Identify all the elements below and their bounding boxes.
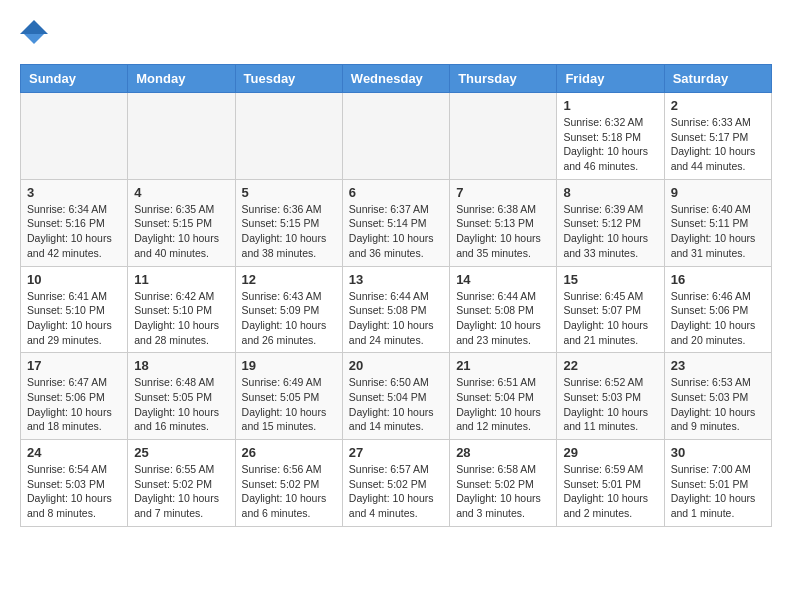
svg-marker-1 bbox=[20, 20, 48, 34]
day-number: 2 bbox=[671, 98, 765, 113]
day-info: Sunrise: 6:48 AM Sunset: 5:05 PM Dayligh… bbox=[134, 375, 228, 434]
calendar-header-row: SundayMondayTuesdayWednesdayThursdayFrid… bbox=[21, 65, 772, 93]
day-info: Sunrise: 6:33 AM Sunset: 5:17 PM Dayligh… bbox=[671, 115, 765, 174]
calendar-cell: 28Sunrise: 6:58 AM Sunset: 5:02 PM Dayli… bbox=[450, 440, 557, 527]
calendar-cell: 11Sunrise: 6:42 AM Sunset: 5:10 PM Dayli… bbox=[128, 266, 235, 353]
calendar-cell: 6Sunrise: 6:37 AM Sunset: 5:14 PM Daylig… bbox=[342, 179, 449, 266]
day-info: Sunrise: 6:44 AM Sunset: 5:08 PM Dayligh… bbox=[349, 289, 443, 348]
day-number: 16 bbox=[671, 272, 765, 287]
calendar-cell: 29Sunrise: 6:59 AM Sunset: 5:01 PM Dayli… bbox=[557, 440, 664, 527]
week-row-4: 17Sunrise: 6:47 AM Sunset: 5:06 PM Dayli… bbox=[21, 353, 772, 440]
calendar-cell: 7Sunrise: 6:38 AM Sunset: 5:13 PM Daylig… bbox=[450, 179, 557, 266]
week-row-3: 10Sunrise: 6:41 AM Sunset: 5:10 PM Dayli… bbox=[21, 266, 772, 353]
calendar-cell: 22Sunrise: 6:52 AM Sunset: 5:03 PM Dayli… bbox=[557, 353, 664, 440]
day-info: Sunrise: 6:37 AM Sunset: 5:14 PM Dayligh… bbox=[349, 202, 443, 261]
day-info: Sunrise: 6:41 AM Sunset: 5:10 PM Dayligh… bbox=[27, 289, 121, 348]
calendar-cell: 9Sunrise: 6:40 AM Sunset: 5:11 PM Daylig… bbox=[664, 179, 771, 266]
calendar-cell bbox=[450, 93, 557, 180]
calendar-cell: 8Sunrise: 6:39 AM Sunset: 5:12 PM Daylig… bbox=[557, 179, 664, 266]
day-number: 18 bbox=[134, 358, 228, 373]
calendar-cell bbox=[235, 93, 342, 180]
calendar-cell: 2Sunrise: 6:33 AM Sunset: 5:17 PM Daylig… bbox=[664, 93, 771, 180]
calendar-cell: 4Sunrise: 6:35 AM Sunset: 5:15 PM Daylig… bbox=[128, 179, 235, 266]
calendar-cell: 30Sunrise: 7:00 AM Sunset: 5:01 PM Dayli… bbox=[664, 440, 771, 527]
day-info: Sunrise: 7:00 AM Sunset: 5:01 PM Dayligh… bbox=[671, 462, 765, 521]
day-number: 13 bbox=[349, 272, 443, 287]
calendar-header-wednesday: Wednesday bbox=[342, 65, 449, 93]
day-number: 12 bbox=[242, 272, 336, 287]
day-info: Sunrise: 6:53 AM Sunset: 5:03 PM Dayligh… bbox=[671, 375, 765, 434]
day-info: Sunrise: 6:44 AM Sunset: 5:08 PM Dayligh… bbox=[456, 289, 550, 348]
calendar-cell: 13Sunrise: 6:44 AM Sunset: 5:08 PM Dayli… bbox=[342, 266, 449, 353]
day-number: 8 bbox=[563, 185, 657, 200]
day-number: 4 bbox=[134, 185, 228, 200]
calendar-table: SundayMondayTuesdayWednesdayThursdayFrid… bbox=[20, 64, 772, 527]
calendar-cell: 14Sunrise: 6:44 AM Sunset: 5:08 PM Dayli… bbox=[450, 266, 557, 353]
day-number: 3 bbox=[27, 185, 121, 200]
day-info: Sunrise: 6:46 AM Sunset: 5:06 PM Dayligh… bbox=[671, 289, 765, 348]
day-info: Sunrise: 6:38 AM Sunset: 5:13 PM Dayligh… bbox=[456, 202, 550, 261]
logo bbox=[20, 20, 52, 48]
day-number: 23 bbox=[671, 358, 765, 373]
day-info: Sunrise: 6:42 AM Sunset: 5:10 PM Dayligh… bbox=[134, 289, 228, 348]
page-header bbox=[20, 20, 772, 48]
day-number: 26 bbox=[242, 445, 336, 460]
day-info: Sunrise: 6:40 AM Sunset: 5:11 PM Dayligh… bbox=[671, 202, 765, 261]
day-number: 29 bbox=[563, 445, 657, 460]
day-number: 11 bbox=[134, 272, 228, 287]
day-number: 9 bbox=[671, 185, 765, 200]
calendar-cell: 15Sunrise: 6:45 AM Sunset: 5:07 PM Dayli… bbox=[557, 266, 664, 353]
day-info: Sunrise: 6:56 AM Sunset: 5:02 PM Dayligh… bbox=[242, 462, 336, 521]
calendar-cell: 21Sunrise: 6:51 AM Sunset: 5:04 PM Dayli… bbox=[450, 353, 557, 440]
day-number: 10 bbox=[27, 272, 121, 287]
calendar-cell: 25Sunrise: 6:55 AM Sunset: 5:02 PM Dayli… bbox=[128, 440, 235, 527]
day-number: 14 bbox=[456, 272, 550, 287]
day-info: Sunrise: 6:47 AM Sunset: 5:06 PM Dayligh… bbox=[27, 375, 121, 434]
logo-icon bbox=[20, 20, 48, 48]
day-number: 1 bbox=[563, 98, 657, 113]
day-info: Sunrise: 6:35 AM Sunset: 5:15 PM Dayligh… bbox=[134, 202, 228, 261]
day-info: Sunrise: 6:54 AM Sunset: 5:03 PM Dayligh… bbox=[27, 462, 121, 521]
week-row-2: 3Sunrise: 6:34 AM Sunset: 5:16 PM Daylig… bbox=[21, 179, 772, 266]
day-info: Sunrise: 6:51 AM Sunset: 5:04 PM Dayligh… bbox=[456, 375, 550, 434]
day-info: Sunrise: 6:45 AM Sunset: 5:07 PM Dayligh… bbox=[563, 289, 657, 348]
calendar-cell: 24Sunrise: 6:54 AM Sunset: 5:03 PM Dayli… bbox=[21, 440, 128, 527]
day-number: 27 bbox=[349, 445, 443, 460]
day-number: 6 bbox=[349, 185, 443, 200]
day-number: 7 bbox=[456, 185, 550, 200]
day-number: 20 bbox=[349, 358, 443, 373]
calendar-header-monday: Monday bbox=[128, 65, 235, 93]
calendar-header-tuesday: Tuesday bbox=[235, 65, 342, 93]
day-number: 22 bbox=[563, 358, 657, 373]
day-number: 5 bbox=[242, 185, 336, 200]
day-info: Sunrise: 6:58 AM Sunset: 5:02 PM Dayligh… bbox=[456, 462, 550, 521]
calendar-cell: 17Sunrise: 6:47 AM Sunset: 5:06 PM Dayli… bbox=[21, 353, 128, 440]
calendar-cell: 26Sunrise: 6:56 AM Sunset: 5:02 PM Dayli… bbox=[235, 440, 342, 527]
week-row-5: 24Sunrise: 6:54 AM Sunset: 5:03 PM Dayli… bbox=[21, 440, 772, 527]
day-number: 15 bbox=[563, 272, 657, 287]
calendar-header-friday: Friday bbox=[557, 65, 664, 93]
day-info: Sunrise: 6:59 AM Sunset: 5:01 PM Dayligh… bbox=[563, 462, 657, 521]
calendar-cell: 16Sunrise: 6:46 AM Sunset: 5:06 PM Dayli… bbox=[664, 266, 771, 353]
calendar-header-thursday: Thursday bbox=[450, 65, 557, 93]
calendar-header-sunday: Sunday bbox=[21, 65, 128, 93]
day-number: 21 bbox=[456, 358, 550, 373]
day-number: 28 bbox=[456, 445, 550, 460]
calendar-header-saturday: Saturday bbox=[664, 65, 771, 93]
day-number: 17 bbox=[27, 358, 121, 373]
calendar-cell: 12Sunrise: 6:43 AM Sunset: 5:09 PM Dayli… bbox=[235, 266, 342, 353]
day-info: Sunrise: 6:57 AM Sunset: 5:02 PM Dayligh… bbox=[349, 462, 443, 521]
day-info: Sunrise: 6:49 AM Sunset: 5:05 PM Dayligh… bbox=[242, 375, 336, 434]
calendar-cell: 20Sunrise: 6:50 AM Sunset: 5:04 PM Dayli… bbox=[342, 353, 449, 440]
week-row-1: 1Sunrise: 6:32 AM Sunset: 5:18 PM Daylig… bbox=[21, 93, 772, 180]
day-number: 19 bbox=[242, 358, 336, 373]
day-number: 24 bbox=[27, 445, 121, 460]
calendar-cell: 3Sunrise: 6:34 AM Sunset: 5:16 PM Daylig… bbox=[21, 179, 128, 266]
day-number: 30 bbox=[671, 445, 765, 460]
day-info: Sunrise: 6:36 AM Sunset: 5:15 PM Dayligh… bbox=[242, 202, 336, 261]
calendar-cell: 27Sunrise: 6:57 AM Sunset: 5:02 PM Dayli… bbox=[342, 440, 449, 527]
calendar-cell bbox=[342, 93, 449, 180]
day-info: Sunrise: 6:55 AM Sunset: 5:02 PM Dayligh… bbox=[134, 462, 228, 521]
day-number: 25 bbox=[134, 445, 228, 460]
calendar-cell: 19Sunrise: 6:49 AM Sunset: 5:05 PM Dayli… bbox=[235, 353, 342, 440]
